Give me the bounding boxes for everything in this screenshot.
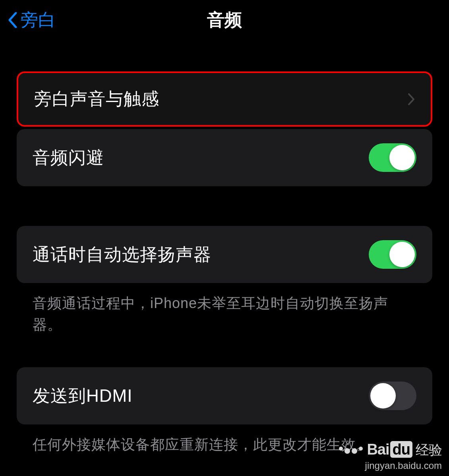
cell-label: 音频闪避 (33, 146, 104, 170)
back-label: 旁白 (21, 8, 56, 32)
watermark-brand: Baidu经验 (367, 441, 442, 459)
section-auto-speaker: 通话时自动选择扬声器 音频通话过程中，iPhone未举至耳边时自动切换至扬声器。 (0, 226, 449, 335)
nav-header: 旁白 音频 (0, 0, 449, 40)
toggle-send-hdmi[interactable] (369, 382, 416, 410)
section-footer: 音频通话过程中，iPhone未举至耳边时自动切换至扬声器。 (17, 283, 432, 335)
page-title: 音频 (207, 8, 242, 32)
cell-label: 旁白声音与触感 (34, 87, 159, 111)
toggle-audio-ducking[interactable] (369, 143, 416, 172)
back-button[interactable]: 旁白 (8, 8, 56, 32)
cell-label: 通话时自动选择扬声器 (33, 243, 211, 266)
cell-audio-ducking[interactable]: 音频闪避 (17, 129, 432, 186)
brand-box: du (390, 441, 412, 458)
chevron-right-icon (408, 93, 415, 105)
brand-prefix: Bai (367, 441, 389, 458)
cell-group-ducking: 音频闪避 (17, 129, 432, 186)
paw-icon (339, 447, 363, 454)
cell-auto-speaker[interactable]: 通话时自动选择扬声器 (17, 226, 432, 283)
cell-group-hdmi: 发送到HDMI (17, 367, 432, 424)
chevron-left-icon (8, 12, 17, 28)
section-audio-main: 旁白声音与触感 音频闪避 (0, 71, 449, 186)
toggle-knob (370, 383, 396, 409)
cell-voiceover-sound-haptics[interactable]: 旁白声音与触感 (17, 71, 432, 127)
cell-send-hdmi[interactable]: 发送到HDMI (17, 367, 432, 424)
toggle-knob (389, 145, 415, 170)
cell-group-speaker: 通话时自动选择扬声器 (17, 226, 432, 283)
watermark-url: jingyan.baidu.com (339, 460, 442, 471)
watermark-logo: Baidu经验 (339, 441, 442, 459)
cell-label: 发送到HDMI (33, 384, 132, 408)
toggle-knob (389, 242, 415, 267)
watermark: Baidu经验 jingyan.baidu.com (339, 441, 442, 471)
toggle-auto-speaker[interactable] (369, 240, 416, 269)
brand-suffix: 经验 (416, 442, 442, 457)
